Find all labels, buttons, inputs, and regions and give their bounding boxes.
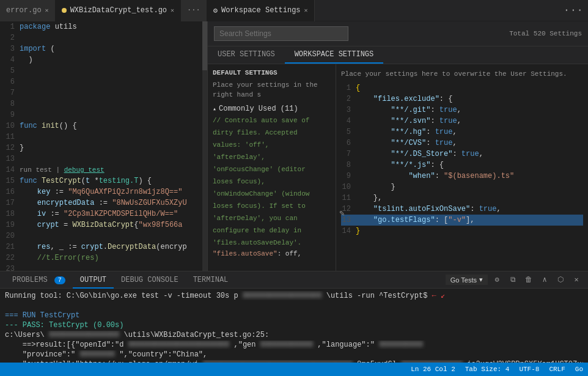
tab-problems[interactable]: PROBLEMS 7 [5, 271, 73, 289]
ws-line: 8 "**/*.js": { [341, 160, 583, 171]
default-settings-title: DEFAULT SETTINGS [213, 69, 331, 76]
code-line: 16 key := "Mq6QuAXfPiQzJrn8w1jz8Q==" [0, 186, 207, 197]
code-line: 14 run test | debug test [0, 164, 207, 175]
setting-comment: 'onWindowChange' (window [213, 189, 331, 199]
blurred-result-3: XXXXXXXXXX [379, 341, 423, 349]
settings-panel: Total 520 Settings USER SETTINGS WORKSPA… [208, 21, 588, 271]
blurred-result-2: XXXXXXXXXXXX [260, 341, 313, 349]
code-line: 10 func init() { [0, 120, 207, 131]
go-tests-dropdown[interactable]: Go Tests ▾ [446, 275, 488, 285]
edit-icon[interactable]: ✎ [339, 208, 344, 218]
settings-tabs: USER SETTINGS WORKSPACE SETTINGS [208, 46, 588, 64]
code-line: 15 func TestCrypt(t *testing.T) { [0, 175, 207, 186]
result-line-1: ==>result:[{"openId":"d XXXXXXXXXXXXXXXX… [5, 341, 583, 349]
tab-wxbiz[interactable]: WXBizDataCrypt_test.go ✕ [56, 0, 181, 21]
tab-modified-dot [62, 8, 67, 13]
ws-line: 6 "**/CVS": true, [341, 138, 583, 149]
panel-settings-icon[interactable]: ⚙ [490, 273, 504, 287]
panel-actions: Go Tests ▾ ⚙ ⧉ 🗑 ∧ ⬡ ✕ [446, 273, 583, 287]
run-tool-line: Running tool: C:\Go\bin\go.exe test -v -… [5, 291, 583, 300]
problems-badge: 7 [54, 276, 65, 284]
code-line: 6 [0, 76, 207, 87]
tab-label: error.go [6, 6, 42, 15]
setting-comment: 'afterDelay', you can [213, 213, 331, 223]
panel-close-icon[interactable]: ✕ [570, 273, 583, 287]
tab-user-settings[interactable]: USER SETTINGS [208, 46, 285, 64]
panel-copy-icon[interactable]: ⧉ [506, 273, 520, 287]
code-line: 4 ) [0, 54, 207, 65]
ws-line: 4 "**/.svn": true, [341, 116, 583, 127]
ws-line: 7 "**/.DS_Store": true, [341, 149, 583, 160]
tab-close-icon[interactable]: ✕ [45, 7, 49, 14]
gear-icon: ⚙ [213, 6, 218, 15]
tab-close-icon[interactable]: ✕ [171, 7, 174, 14]
panel-content: Running tool: C:\Go\bin\go.exe test -v -… [0, 289, 588, 363]
workspace-settings-editor: Place your settings here to overwrite th… [336, 64, 588, 271]
code-lines: 1 package utils 2 3 import ( 4 ) 5 6 [0, 21, 207, 271]
setting-value: "files.autoSave": off, [213, 250, 331, 257]
code-scrollbar[interactable] [202, 21, 207, 271]
code-line: 11 [0, 131, 207, 142]
tab-debug-console[interactable]: DEBUG CONSOLE [114, 271, 186, 289]
result-line-3: "avatarUrl":"https://wx.qlogo.cn/mmop/wi… [5, 360, 583, 363]
path-text: c:\Users\ [5, 331, 45, 339]
settings-search-bar: Total 520 Settings [208, 21, 588, 46]
status-line-endings[interactable]: CRLF [549, 366, 565, 373]
code-scroll-thumb [202, 21, 207, 70]
tab-workspace-settings-tab[interactable]: WORKSPACE SETTINGS [285, 46, 384, 64]
ws-line: 5 "**/.hg": true, [341, 127, 583, 138]
settings-close-icon[interactable]: ✕ [304, 7, 308, 14]
tab-output[interactable]: OUTPUT [73, 271, 114, 289]
status-bar: Ln 26 Col 2 Tab Size: 4 UTF-8 CRLF Go [0, 363, 588, 376]
code-line: 5 [0, 65, 207, 76]
tab-workspace-settings[interactable]: ⚙ Workspace Settings ✕ [207, 0, 315, 21]
red-arrow-2: ↙ [441, 292, 445, 300]
setting-comment: configure the delay in [213, 226, 331, 235]
code-line: 18 iv := "2Cp3mlKZPCMDSPEilQHb/W==" [0, 208, 207, 219]
editor-more-icon[interactable]: ··· [559, 4, 588, 17]
code-line: 20 [0, 230, 207, 241]
red-arrow-1: ← [432, 292, 436, 300]
code-line: 19 crypt = WXBizDataCrypt{"wx98f566a [0, 219, 207, 230]
blurred-result-1: XXXXXXXXXXXXXXXXXXXXXXX [128, 341, 230, 349]
blurred-province: XXXXXXXX [79, 350, 115, 359]
run-suffix: \utils -run ^TestCrypt$ [326, 292, 428, 300]
status-encoding: UTF-8 [519, 366, 539, 373]
ws-line: 3 "**/.git": true, [341, 105, 583, 116]
settings-search-input[interactable] [214, 26, 348, 41]
panel-clear-icon[interactable]: 🗑 [522, 273, 535, 287]
code-line: 17 encryptedData := "8NwUsZGUFXu5XZyU [0, 197, 207, 208]
code-line: 2 [0, 32, 207, 43]
setting-comment: 'onFocusChange' (editor [213, 164, 331, 174]
code-line: 3 import ( [0, 43, 207, 54]
ws-line: 9 "when": "$(basename).ts" [341, 171, 583, 182]
status-tab-size: Tab Size: 4 [465, 366, 510, 373]
status-language[interactable]: Go [575, 366, 583, 373]
tab-error-go[interactable]: error.go ✕ [0, 0, 56, 21]
ws-line: 12 "tslint.autoFixOnSave": true, [341, 204, 583, 215]
panel-expand-icon[interactable]: ⬡ [554, 273, 567, 287]
tab-label: WXBizDataCrypt_test.go [70, 6, 167, 15]
blurred-path: XXXXXXXXXXXXXXXXXX [243, 292, 322, 300]
ws-line: 1 { [341, 83, 583, 94]
default-settings-panel: DEFAULT SETTINGS Place your settings in … [208, 64, 336, 271]
setting-comment: 'afterDelay', [213, 152, 331, 162]
ws-line: 2 "files.exclude": { [341, 94, 583, 105]
panel-collapse-icon[interactable]: ∧ [538, 273, 551, 287]
code-line: 8 [0, 98, 207, 109]
main-area: 1 package utils 2 3 import ( 4 ) 5 6 [0, 21, 588, 271]
run-label: === RUN TestCrypt [5, 311, 79, 320]
code-line: 9 [0, 109, 207, 120]
tab-more[interactable]: ··· [181, 0, 207, 21]
code-line: 23 [0, 264, 207, 271]
setting-comment: dirty files. Accepted [213, 128, 331, 138]
tab-terminal[interactable]: TERMINAL [186, 271, 236, 289]
workspace-settings-header: Place your settings here to overwrite th… [341, 69, 583, 79]
bottom-panel: PROBLEMS 7 OUTPUT DEBUG CONSOLE TERMINAL… [0, 271, 588, 363]
ws-line: 14 } [341, 226, 583, 237]
path-line: c:\Users\ XXXXXXXXXXXXXXXX \utils\WXBizD… [5, 331, 583, 339]
default-place-text: Place your settings in the right hand s [213, 80, 331, 100]
run-text: Running tool: C:\Go\bin\go.exe test -v -… [5, 292, 238, 300]
setting-comment: 'files.autoSaveDelay'. [213, 238, 331, 248]
setting-comment: values: 'off', [213, 140, 331, 150]
